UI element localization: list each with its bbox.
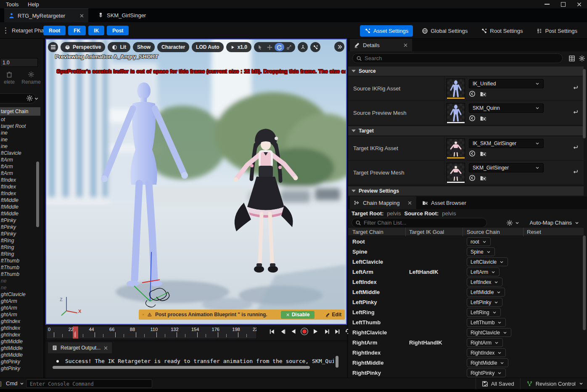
chain-list-item[interactable]: ftPinky bbox=[0, 231, 44, 238]
chain-list-item[interactable]: ghtArm bbox=[0, 312, 44, 318]
chain-mapping-row[interactable]: RightMiddle RightMiddle bbox=[348, 358, 584, 368]
asset-dropdown[interactable]: IK_Unified bbox=[469, 79, 544, 88]
chain-list-item[interactable]: ftThumb bbox=[0, 258, 44, 265]
col-target-ik-goal[interactable]: Target IK Goal bbox=[409, 229, 444, 235]
details-scrollbar[interactable] bbox=[583, 69, 586, 138]
chain-mapping-row[interactable]: LeftClavicle LeftClavicle bbox=[348, 257, 584, 267]
use-selected-asset-icon[interactable] bbox=[469, 115, 476, 122]
use-selected-asset-icon[interactable] bbox=[469, 90, 476, 97]
tab-close-icon[interactable] bbox=[403, 43, 408, 48]
asset-dropdown[interactable]: SKM_Quinn bbox=[469, 103, 544, 113]
chain-list-item[interactable]: ftRing bbox=[0, 251, 44, 258]
reset-to-default-icon[interactable] bbox=[573, 145, 579, 151]
display-grid-icon[interactable] bbox=[568, 55, 575, 62]
perspective-dropdown[interactable]: Perspective bbox=[61, 42, 105, 52]
tab-rtg-myretargeter[interactable]: RTG_MyRetargeter bbox=[4, 8, 88, 22]
tab-close-icon[interactable] bbox=[407, 201, 412, 205]
chain-settings-dropdown[interactable] bbox=[506, 220, 520, 226]
col-source-chain[interactable]: Source Chain bbox=[467, 229, 500, 235]
col-reset[interactable]: Reset bbox=[527, 229, 541, 235]
window-close-button[interactable] bbox=[571, 0, 587, 8]
bone-display-button[interactable] bbox=[310, 42, 320, 52]
record-button[interactable] bbox=[300, 327, 309, 336]
auto-map-chains-button[interactable]: Auto-Map Chains bbox=[530, 220, 579, 226]
output-horizontal-scrollbar[interactable] bbox=[53, 366, 310, 369]
chain-list-item[interactable]: ine bbox=[0, 143, 44, 150]
post-settings-button[interactable]: Post Settings bbox=[531, 25, 582, 37]
asset-thumbnail[interactable] bbox=[447, 163, 465, 183]
chain-mapping-row[interactable]: RightClavicle RightClavicle bbox=[348, 328, 584, 338]
chain-list-item[interactable]: ghtMiddle bbox=[0, 345, 44, 352]
toolbar-overflow-icon[interactable] bbox=[5, 27, 6, 29]
source-chain-dropdown[interactable]: LeftMiddle bbox=[467, 288, 505, 297]
source-chain-dropdown[interactable]: RightPinky bbox=[467, 368, 506, 377]
source-chain-dropdown[interactable]: Spine bbox=[467, 247, 495, 256]
asset-thumbnail[interactable] bbox=[447, 79, 465, 99]
chain-mapping-tab[interactable]: Chain Mapping bbox=[350, 196, 416, 209]
chain-list-scrollbar[interactable] bbox=[36, 162, 39, 227]
menu-tools[interactable]: Tools bbox=[3, 0, 22, 8]
phase-button-post[interactable]: Post bbox=[107, 26, 129, 35]
phase-button-ik[interactable]: IK bbox=[88, 26, 104, 35]
play-reverse-button[interactable] bbox=[289, 327, 298, 336]
chain-mapping-row[interactable]: LeftThumb LeftThumb bbox=[348, 318, 584, 328]
rotate-tool-button[interactable] bbox=[275, 43, 284, 51]
asset-settings-button[interactable]: Asset Settings bbox=[360, 25, 413, 37]
chain-value-field[interactable] bbox=[0, 58, 38, 67]
timeline-ruler[interactable]: 022446688110132154176198220 bbox=[46, 326, 257, 339]
chain-list-item[interactable]: ghtMiddle bbox=[0, 339, 44, 345]
banner-close-icon[interactable] bbox=[142, 313, 144, 316]
timeline-playhead[interactable] bbox=[73, 326, 78, 339]
chain-mapping-row[interactable]: LeftRing LeftRing bbox=[348, 307, 584, 318]
viewport-expand-button[interactable] bbox=[334, 42, 344, 52]
chain-mapping-row[interactable]: Root root bbox=[348, 237, 584, 247]
select-tool-button[interactable] bbox=[255, 43, 265, 51]
source-chain-dropdown[interactable]: LeftThumb bbox=[467, 318, 506, 327]
asset-dropdown[interactable]: SKM_GirlSinger bbox=[469, 163, 544, 172]
asset-dropdown[interactable]: IK_SKM_GirlSinger bbox=[469, 139, 544, 148]
root-settings-button[interactable]: Root Settings bbox=[476, 25, 527, 37]
rename-chain-button[interactable]: Rename bbox=[20, 69, 42, 87]
chain-list-item[interactable]: ftThumb bbox=[0, 271, 44, 278]
chain-list-item[interactable]: target Root bbox=[0, 123, 44, 130]
lit-dropdown[interactable]: Lit bbox=[108, 42, 130, 52]
global-settings-button[interactable]: Global Settings bbox=[417, 25, 472, 37]
camera-settings-button[interactable] bbox=[298, 42, 308, 52]
source-chain-dropdown[interactable]: root bbox=[467, 237, 491, 246]
chain-list-item[interactable]: ghtArm bbox=[0, 305, 44, 312]
chain-list-item[interactable]: ghtPinky bbox=[0, 359, 44, 366]
details-search-input[interactable] bbox=[365, 55, 559, 61]
source-chain-dropdown[interactable]: LeftIndex bbox=[467, 278, 502, 286]
chain-mapping-scrollbar[interactable] bbox=[583, 236, 586, 330]
filter-chain-input[interactable] bbox=[364, 220, 483, 226]
browse-to-asset-icon[interactable] bbox=[480, 175, 487, 181]
asset-browser-tab[interactable]: Asset Browser bbox=[418, 196, 471, 209]
go-to-start-button[interactable] bbox=[267, 327, 276, 336]
tab-close-icon[interactable] bbox=[103, 346, 108, 350]
asset-thumbnail[interactable] bbox=[447, 138, 465, 159]
reset-to-default-icon[interactable] bbox=[573, 109, 579, 116]
source-chain-dropdown[interactable]: LeftRing bbox=[467, 308, 501, 317]
source-chain-dropdown[interactable]: RightClavicle bbox=[467, 328, 511, 337]
preview-settings-section-header[interactable]: Preview Settings bbox=[348, 186, 584, 196]
phase-button-fk[interactable]: FK bbox=[68, 26, 86, 35]
chain-mapping-row[interactable]: RightArm RightHandIK RightArm bbox=[348, 338, 584, 348]
translate-tool-button[interactable] bbox=[265, 43, 275, 51]
chain-list-item[interactable]: ine bbox=[0, 137, 44, 143]
all-saved-button[interactable]: All Saved bbox=[482, 381, 514, 387]
play-button[interactable] bbox=[311, 327, 320, 336]
go-to-end-button[interactable] bbox=[333, 327, 342, 336]
chain-mapping-row[interactable]: Spine Spine bbox=[348, 247, 584, 257]
chain-list-item[interactable]: ine bbox=[0, 130, 44, 137]
step-forward-button[interactable] bbox=[322, 327, 331, 336]
chain-list-item[interactable]: ghtIndex bbox=[0, 332, 44, 339]
chain-list-item[interactable]: ftClavicle bbox=[0, 150, 44, 157]
chain-list-item[interactable]: ne bbox=[0, 285, 44, 291]
disable-button[interactable]: Disable bbox=[281, 311, 315, 319]
chain-list-item[interactable]: ot bbox=[0, 117, 44, 123]
source-chain-dropdown[interactable]: RightArm bbox=[467, 338, 503, 347]
chain-list-item[interactable]: ghtClavicle bbox=[0, 291, 44, 298]
character-dropdown[interactable]: Character bbox=[157, 42, 189, 52]
viewport-menu-button[interactable] bbox=[48, 42, 58, 52]
tab-skm-girlsinger[interactable]: SKM_GirlSinger bbox=[93, 8, 150, 22]
